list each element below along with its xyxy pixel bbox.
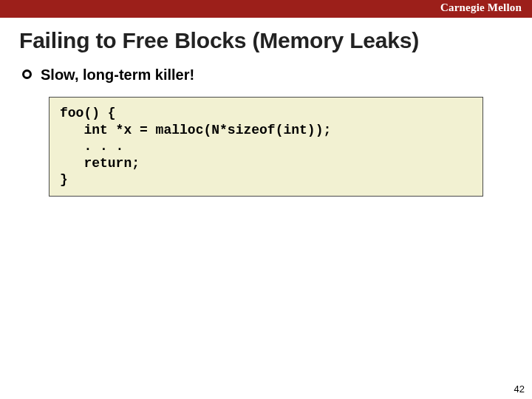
page-number: 42 <box>514 383 525 395</box>
bullet-item: Slow, long-term killer! <box>19 66 513 83</box>
brand-label: Carnegie Mellon <box>440 1 522 14</box>
slide-title: Failing to Free Blocks (Memory Leaks) <box>19 28 532 53</box>
slide-body: Slow, long-term killer! foo() { int *x =… <box>0 66 532 197</box>
hollow-bullet-icon <box>22 69 32 79</box>
header-bar: Carnegie Mellon <box>0 0 532 18</box>
code-text: foo() { int *x = malloc(N*sizeof(int)); … <box>60 105 472 188</box>
code-block: foo() { int *x = malloc(N*sizeof(int)); … <box>49 97 483 197</box>
bullet-text: Slow, long-term killer! <box>41 66 194 83</box>
